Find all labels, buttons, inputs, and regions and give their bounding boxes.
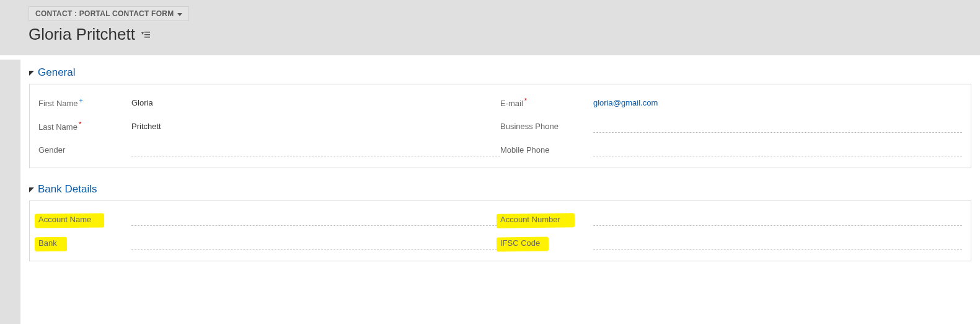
value-first-name[interactable]: Gloria [131, 98, 500, 107]
label-business-phone: Business Phone [500, 122, 593, 131]
required-icon: * [524, 97, 527, 104]
label-last-name: Last Name* [38, 120, 131, 132]
value-ifsc[interactable] [593, 240, 962, 250]
label-text: First Name [38, 99, 78, 108]
section-toggle-bank[interactable]: Bank Details [29, 183, 971, 196]
svg-marker-5 [29, 71, 34, 76]
field-account-number: Account Number [500, 207, 962, 231]
value-account-number[interactable] [593, 216, 962, 226]
value-account-name[interactable] [131, 216, 500, 226]
section-title-general: General [38, 66, 75, 79]
svg-marker-6 [29, 187, 34, 192]
field-bank: Bank [38, 231, 500, 254]
label-account-name: Account Name [38, 215, 131, 224]
form-selector-label: CONTACT : PORTAL CONTACT FORM [35, 9, 174, 18]
section-toggle-general[interactable]: General [29, 66, 971, 79]
section-title-bank: Bank Details [38, 183, 97, 196]
field-ifsc: IFSC Code [500, 231, 962, 254]
left-gutter [0, 60, 20, 324]
collapse-triangle-icon [29, 68, 34, 78]
section-general: First Name+ Gloria Last Name* Pritchett … [29, 84, 971, 168]
label-email: E-mail* [500, 97, 593, 108]
form-navigator-icon[interactable] [141, 31, 150, 38]
value-email[interactable]: gloria@gmail.com [593, 98, 962, 107]
value-bank[interactable] [131, 240, 500, 250]
form-body: General First Name+ Gloria Last Name* [20, 55, 980, 301]
field-last-name: Last Name* Pritchett [38, 114, 500, 138]
page-header: CONTACT : PORTAL CONTACT FORM Gloria Pri… [0, 0, 980, 55]
field-account-name: Account Name [38, 207, 500, 231]
svg-rect-4 [144, 37, 150, 38]
field-business-phone: Business Phone [500, 114, 962, 138]
required-icon: * [79, 120, 81, 128]
svg-rect-2 [144, 32, 150, 33]
label-mobile-phone: Mobile Phone [500, 145, 593, 155]
svg-rect-3 [144, 34, 150, 35]
label-text: Account Number [500, 215, 560, 224]
recommended-icon: + [79, 97, 83, 104]
section-bank: Account Name Bank Account Number [29, 200, 971, 261]
label-text: IFSC Code [500, 238, 540, 248]
svg-marker-0 [177, 13, 182, 16]
label-ifsc: IFSC Code [500, 238, 593, 248]
label-account-number: Account Number [500, 215, 593, 224]
field-mobile-phone: Mobile Phone [500, 138, 962, 161]
svg-marker-1 [141, 32, 144, 35]
record-title: Gloria Pritchett [29, 25, 135, 44]
label-bank: Bank [38, 238, 131, 248]
field-email: E-mail* gloria@gmail.com [500, 91, 962, 114]
field-gender: Gender [38, 138, 500, 161]
label-gender: Gender [38, 145, 131, 155]
collapse-triangle-icon [29, 185, 34, 194]
label-text: Last Name [38, 122, 77, 132]
label-text: E-mail [500, 99, 523, 108]
value-business-phone[interactable] [593, 123, 962, 133]
value-last-name[interactable]: Pritchett [131, 122, 500, 131]
label-text: Account Name [38, 215, 91, 224]
value-mobile-phone[interactable] [593, 146, 962, 156]
caret-down-icon [177, 9, 182, 18]
value-gender[interactable] [131, 146, 500, 156]
field-first-name: First Name+ Gloria [38, 91, 500, 114]
label-first-name: First Name+ [38, 97, 131, 108]
label-text: Bank [38, 238, 57, 248]
form-selector-button[interactable]: CONTACT : PORTAL CONTACT FORM [29, 6, 189, 21]
